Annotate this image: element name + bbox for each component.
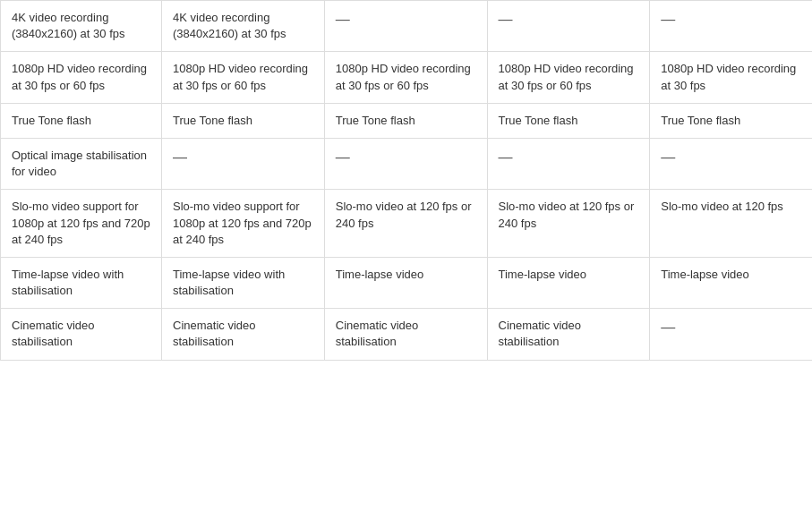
dash-indicator: —: [499, 149, 513, 165]
cell-text: 1080p HD video recording: [336, 62, 471, 75]
cell-text: Slo-mo video at 120 fps: [661, 200, 783, 213]
comparison-table-container: 4K video recording (3840x2160) at 30 fps…: [0, 0, 812, 361]
cell-text: True Tone flash: [661, 114, 740, 127]
cell-text: True Tone flash: [336, 114, 415, 127]
cell-r1-c3: 1080p HD video recordingat 30 fps or 60 …: [487, 52, 650, 103]
cell-text: at 30 fps or 60 fps: [173, 79, 266, 92]
dash-indicator: —: [661, 12, 675, 27]
cell-text: Cinematic video stabilisation: [173, 319, 256, 348]
cell-text: True Tone flash: [12, 114, 91, 127]
cell-r6-c0: Cinematic video stabilisation: [1, 309, 162, 360]
cell-r4-c3: Slo-mo video at 120 fps or 240 fps: [487, 190, 650, 258]
cell-text: Cinematic video stabilisation: [336, 319, 419, 348]
cell-r6-c4: —: [650, 309, 812, 360]
cell-text: Optical image stabilisation for video: [12, 149, 147, 178]
cell-r6-c1: Cinematic video stabilisation: [162, 309, 325, 360]
cell-r3-c3: —: [487, 138, 650, 189]
cell-text: at 30 fps or 60 fps: [12, 79, 105, 92]
cell-r2-c0: True Tone flash: [1, 103, 162, 138]
cell-text: 1080p HD video recording: [12, 62, 147, 75]
cell-text: Time-lapse video: [336, 268, 424, 281]
table-row: Slo-mo video support for 1080p at 120 fp…: [1, 190, 813, 258]
cell-r3-c2: —: [324, 138, 487, 189]
cell-r5-c3: Time-lapse video: [487, 257, 650, 308]
table-row: True Tone flashTrue Tone flashTrue Tone …: [1, 103, 813, 138]
cell-r0-c3: —: [487, 1, 650, 52]
cell-r1-c0: 1080p HD video recordingat 30 fps or 60 …: [1, 52, 162, 103]
dash-indicator: —: [336, 12, 350, 27]
table-row: Cinematic video stabilisationCinematic v…: [1, 309, 813, 360]
dash-indicator: —: [661, 149, 675, 165]
cell-r6-c3: Cinematic video stabilisation: [487, 309, 650, 360]
cell-text: 1080p HD video recording: [499, 62, 634, 75]
cell-r2-c3: True Tone flash: [487, 103, 650, 138]
cell-r3-c0: Optical image stabilisation for video: [1, 138, 162, 189]
cell-r1-c1: 1080p HD video recordingat 30 fps or 60 …: [162, 52, 325, 103]
cell-text: Cinematic video stabilisation: [12, 319, 95, 348]
cell-r0-c2: —: [324, 1, 487, 52]
cell-text: Time-lapse video with stabilisation: [12, 268, 124, 297]
cell-r3-c1: —: [162, 138, 325, 189]
cell-r5-c1: Time-lapse video with stabilisation: [162, 257, 325, 308]
cell-r1-c4: 1080p HD video recordingat 30 fps: [650, 52, 812, 103]
cell-r5-c4: Time-lapse video: [650, 257, 812, 308]
cell-text: True Tone flash: [173, 114, 252, 127]
cell-r4-c4: Slo-mo video at 120 fps: [650, 190, 812, 258]
cell-r3-c4: —: [650, 138, 812, 189]
cell-r2-c1: True Tone flash: [162, 103, 325, 138]
cell-r5-c2: Time-lapse video: [324, 257, 487, 308]
cell-text: 4K video recording (3840x2160) at 30 fps: [173, 11, 286, 40]
cell-r0-c1: 4K video recording (3840x2160) at 30 fps: [162, 1, 325, 52]
cell-text: at 30 fps or 60 fps: [336, 79, 429, 92]
cell-text: Slo-mo video at 120 fps or 240 fps: [499, 200, 635, 229]
dash-indicator: —: [661, 319, 675, 335]
cell-r5-c0: Time-lapse video with stabilisation: [1, 257, 162, 308]
cell-r0-c0: 4K video recording (3840x2160) at 30 fps: [1, 1, 162, 52]
cell-text: at 30 fps or 60 fps: [499, 79, 592, 92]
cell-text: Slo-mo video support for 1080p at 120 fp…: [12, 200, 150, 245]
cell-r4-c0: Slo-mo video support for 1080p at 120 fp…: [1, 190, 162, 258]
cell-text: True Tone flash: [499, 114, 578, 127]
dash-indicator: —: [336, 149, 350, 165]
cell-text: Time-lapse video with stabilisation: [173, 268, 285, 297]
cell-r4-c2: Slo-mo video at 120 fps or 240 fps: [324, 190, 487, 258]
cell-text: Slo-mo video at 120 fps or 240 fps: [336, 200, 472, 229]
cell-text: 1080p HD video recording: [173, 62, 308, 75]
cell-text: 4K video recording (3840x2160) at 30 fps: [12, 11, 124, 40]
cell-text: Cinematic video stabilisation: [499, 319, 582, 348]
cell-r4-c1: Slo-mo video support for 1080p at 120 fp…: [162, 190, 325, 258]
cell-text: 1080p HD video recording: [661, 62, 796, 75]
comparison-table: 4K video recording (3840x2160) at 30 fps…: [0, 0, 812, 361]
cell-r2-c2: True Tone flash: [324, 103, 487, 138]
cell-text: Slo-mo video support for 1080p at 120 fp…: [173, 200, 312, 245]
table-row: Time-lapse video with stabilisationTime-…: [1, 257, 813, 308]
cell-text: Time-lapse video: [499, 268, 587, 281]
cell-text: Time-lapse video: [661, 268, 749, 281]
table-row: 1080p HD video recordingat 30 fps or 60 …: [1, 52, 813, 103]
cell-r2-c4: True Tone flash: [650, 103, 812, 138]
table-row: 4K video recording (3840x2160) at 30 fps…: [1, 1, 813, 52]
dash-indicator: —: [173, 149, 187, 165]
cell-r1-c2: 1080p HD video recordingat 30 fps or 60 …: [324, 52, 487, 103]
dash-indicator: —: [499, 12, 513, 27]
cell-r6-c2: Cinematic video stabilisation: [324, 309, 487, 360]
table-row: Optical image stabilisation for video———…: [1, 138, 813, 189]
cell-r0-c4: —: [650, 1, 812, 52]
cell-text: at 30 fps: [661, 79, 705, 92]
